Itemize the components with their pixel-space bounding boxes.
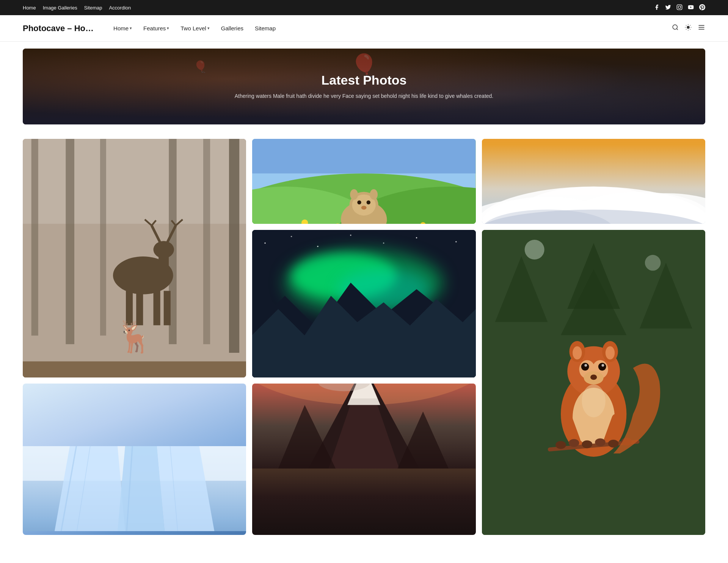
- photo-card-aurora[interactable]: [252, 230, 475, 377]
- svg-point-4: [673, 25, 677, 29]
- chevron-down-icon: ▾: [167, 26, 169, 31]
- theme-toggle-icon[interactable]: [685, 24, 692, 33]
- photo-card-squirrel[interactable]: [482, 230, 705, 535]
- svg-point-100: [590, 374, 597, 380]
- svg-point-111: [582, 440, 592, 448]
- instagram-icon[interactable]: [676, 4, 682, 11]
- svg-point-103: [573, 346, 582, 360]
- hero-title: Latest Photos: [322, 73, 407, 88]
- svg-point-115: [582, 384, 605, 417]
- hero-banner: 🎈 🎈 Latest Photos Athering waters Male f…: [23, 49, 705, 124]
- svg-rect-41: [23, 139, 246, 377]
- aurora-scene-svg: [252, 230, 475, 377]
- svg-point-55: [367, 200, 370, 204]
- svg-point-98: [584, 364, 587, 367]
- svg-line-9: [686, 25, 686, 25]
- youtube-icon[interactable]: [688, 4, 694, 11]
- svg-rect-43: [252, 139, 475, 173]
- hero-subtitle: Athering waters Male fruit hath divide h…: [235, 92, 493, 100]
- nav-item-galleries[interactable]: Galleries: [217, 22, 248, 35]
- svg-line-5: [676, 28, 678, 30]
- site-logo[interactable]: Photocave – Ho…: [23, 24, 94, 33]
- photo-card-clouds[interactable]: [482, 139, 705, 224]
- svg-point-74: [350, 234, 351, 236]
- topbar-link-galleries[interactable]: Image Galleries: [43, 5, 77, 11]
- search-icon[interactable]: [672, 24, 679, 33]
- nav-item-sitemap[interactable]: Sitemap: [250, 22, 280, 35]
- topbar-link-accordion[interactable]: Accordion: [109, 5, 131, 11]
- svg-point-54: [358, 200, 361, 204]
- svg-point-72: [291, 236, 292, 237]
- photo-card-deer[interactable]: [23, 139, 246, 377]
- topbar-link-sitemap[interactable]: Sitemap: [84, 5, 102, 11]
- svg-point-76: [416, 237, 417, 238]
- squirrel-scene-svg: [482, 230, 705, 535]
- svg-point-89: [524, 240, 544, 259]
- photo-card-icefall[interactable]: [23, 384, 246, 535]
- topbar-nav: Home Image Galleries Sitemap Accordion: [23, 5, 131, 11]
- nav-item-features[interactable]: Features ▾: [139, 22, 174, 35]
- topbar-link-home[interactable]: Home: [23, 5, 36, 11]
- svg-point-99: [601, 364, 604, 367]
- svg-point-73: [317, 246, 318, 247]
- twitter-icon[interactable]: [665, 4, 671, 11]
- svg-point-112: [595, 438, 606, 446]
- chevron-down-icon: ▾: [207, 26, 210, 31]
- nav-item-two-level[interactable]: Two Level ▾: [176, 22, 214, 35]
- svg-point-77: [455, 241, 457, 242]
- svg-point-96: [581, 363, 589, 371]
- svg-point-1: [678, 6, 681, 8]
- chevron-down-icon: ▾: [130, 26, 132, 31]
- svg-point-57: [350, 189, 358, 200]
- svg-point-71: [265, 242, 266, 244]
- facebook-icon[interactable]: [654, 4, 660, 11]
- svg-point-109: [555, 441, 566, 449]
- svg-point-6: [687, 26, 690, 29]
- hero-balloon2-icon: 🎈: [193, 60, 207, 73]
- svg-point-104: [606, 346, 615, 360]
- svg-point-110: [568, 439, 579, 447]
- clouds-scene-svg: [482, 139, 705, 224]
- svg-point-75: [383, 242, 384, 244]
- gallery-grid: [0, 131, 728, 550]
- topbar-social: [654, 4, 705, 11]
- svg-line-14: [690, 25, 690, 25]
- photo-card-marmot[interactable]: [252, 139, 475, 224]
- svg-point-113: [608, 440, 618, 448]
- svg-line-10: [690, 29, 690, 30]
- topbar: Home Image Galleries Sitemap Accordion: [0, 0, 728, 15]
- svg-point-56: [361, 206, 367, 209]
- svg-point-2: [681, 5, 681, 6]
- svg-rect-0: [677, 5, 682, 9]
- photo-card-volcano[interactable]: [252, 384, 475, 535]
- pinterest-icon[interactable]: [699, 4, 705, 11]
- nav-links: Home ▾ Features ▾ Two Level ▾ Galleries …: [109, 22, 672, 35]
- marmot-scene-svg: [252, 139, 475, 224]
- hamburger-menu-icon[interactable]: [698, 24, 705, 33]
- svg-point-97: [598, 363, 606, 371]
- svg-point-58: [370, 189, 378, 200]
- deer-scene-svg: [23, 139, 246, 377]
- volcano-scene-svg: [252, 384, 475, 469]
- nav-actions: [672, 24, 705, 33]
- svg-point-90: [645, 255, 661, 271]
- icefall-scene-svg: [23, 446, 246, 531]
- navbar: Photocave – Ho… Home ▾ Features ▾ Two Le…: [0, 15, 728, 42]
- nav-item-home[interactable]: Home ▾: [109, 22, 136, 35]
- svg-line-13: [686, 29, 686, 30]
